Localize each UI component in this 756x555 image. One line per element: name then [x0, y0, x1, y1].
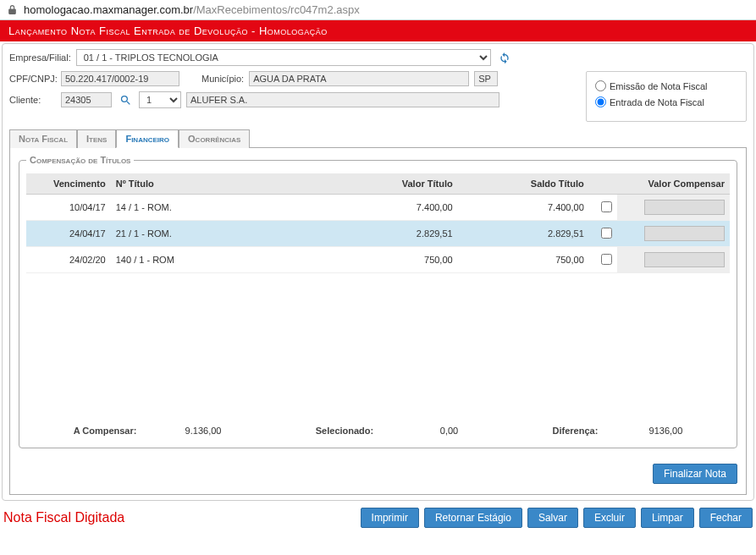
row-checkbox[interactable]: [601, 228, 612, 239]
empresa-select[interactable]: 01 / 1 - TRIPLOS TECNOLOGIA: [76, 49, 491, 66]
cell-vencimento: 24/02/20: [26, 247, 111, 273]
tab-financeiro[interactable]: Financeiro: [116, 129, 179, 148]
fieldset-legend: Compensação de Títulos: [26, 155, 134, 165]
refresh-icon[interactable]: [496, 49, 513, 66]
cpf-label: CPF/CNPJ:: [9, 74, 56, 84]
col-valor: Valor Título: [298, 173, 457, 195]
status-text: Nota Fiscal Digitada: [3, 510, 124, 525]
cell-titulo: 14 / 1 - ROM.: [111, 195, 299, 221]
row-checkbox[interactable]: [601, 254, 612, 265]
cpf-input[interactable]: [61, 71, 179, 86]
compensar-input[interactable]: [644, 200, 725, 215]
cell-saldo: 750,00: [458, 247, 589, 273]
excluir-button[interactable]: Excluir: [583, 508, 636, 528]
diferenca-label: Diferença:: [553, 426, 599, 436]
municipio-input[interactable]: [249, 71, 469, 86]
cell-valor: 7.400,00: [298, 195, 457, 221]
radio-entrada[interactable]: [595, 96, 606, 107]
a-compensar-label: A Compensar:: [74, 426, 137, 436]
col-saldo: Saldo Título: [458, 173, 589, 195]
selecionado-value: 0,00: [399, 426, 458, 436]
finalizar-button[interactable]: Finalizar Nota: [653, 464, 737, 484]
page-title: Lançamento Nota Fiscal Entrada de Devolu…: [0, 20, 756, 41]
compensar-input[interactable]: [644, 226, 725, 241]
diferenca-value: 9136,00: [623, 426, 682, 436]
selecionado-label: Selecionado:: [316, 426, 373, 436]
col-check: [589, 173, 617, 195]
main-container: Empresa/Filial: 01 / 1 - TRIPLOS TECNOLO…: [2, 43, 754, 501]
retornar-button[interactable]: Retornar Estágio: [424, 508, 522, 528]
tab-ocorrencias[interactable]: Ocorrências: [179, 129, 250, 148]
fieldset-compensacao: Compensação de Títulos Vencimento Nº Tít…: [19, 155, 737, 448]
cell-saldo: 7.400,00: [458, 195, 589, 221]
col-compensar: Valor Compensar: [617, 173, 730, 195]
radio-entrada-label: Entrada de Nota Fiscal: [610, 97, 704, 107]
compensar-input[interactable]: [644, 252, 725, 267]
cliente-nome-input[interactable]: [186, 92, 499, 107]
limpar-button[interactable]: Limpar: [641, 508, 694, 528]
empresa-label: Empresa/Filial:: [9, 52, 71, 63]
cell-valor: 750,00: [298, 247, 457, 273]
imprimir-button[interactable]: Imprimir: [361, 508, 419, 528]
tab-content: Compensação de Títulos Vencimento Nº Tít…: [9, 147, 747, 495]
cliente-seq-select[interactable]: 1: [139, 91, 181, 108]
cell-titulo: 21 / 1 - ROM.: [111, 221, 299, 247]
col-vencimento: Vencimento: [26, 173, 111, 195]
table-row[interactable]: 24/04/17 21 / 1 - ROM. 2.829,51 2.829,51: [26, 221, 730, 247]
radio-emissao-label: Emissão de Nota Fiscal: [610, 81, 708, 91]
footer-buttons: Imprimir Retornar Estágio Salvar Excluir…: [361, 508, 753, 528]
tab-nota-fiscal[interactable]: Nota Fiscal: [9, 129, 77, 148]
table-row[interactable]: 10/04/17 14 / 1 - ROM. 7.400,00 7.400,00: [26, 195, 730, 221]
uf-input[interactable]: [474, 71, 498, 86]
cell-saldo: 2.829,51: [458, 221, 589, 247]
table-row[interactable]: 24/02/20 140 / 1 - ROM 750,00 750,00: [26, 247, 730, 273]
cell-vencimento: 24/04/17: [26, 221, 111, 247]
cell-vencimento: 10/04/17: [26, 195, 111, 221]
cell-valor: 2.829,51: [298, 221, 457, 247]
empresa-row: Empresa/Filial: 01 / 1 - TRIPLOS TECNOLO…: [9, 49, 747, 66]
search-icon[interactable]: [117, 91, 134, 108]
salvar-button[interactable]: Salvar: [527, 508, 578, 528]
col-titulo: Nº Título: [111, 173, 299, 195]
lock-icon: [7, 4, 19, 16]
a-compensar-value: 9.136,00: [162, 426, 221, 436]
titulos-grid: Vencimento Nº Título Valor Título Saldo …: [26, 173, 730, 273]
totals-row: A Compensar: 9.136,00 Selecionado: 0,00 …: [26, 426, 730, 436]
municipio-label: Município:: [201, 74, 244, 84]
browser-url-bar: homologacao.maxmanager.com.br/MaxRecebim…: [0, 0, 756, 20]
form-left: CPF/CNPJ: Município: Cliente: 1: [9, 71, 577, 122]
footer: Nota Fiscal Digitada Imprimir Retornar E…: [0, 503, 756, 530]
tab-itens[interactable]: Itens: [77, 129, 116, 148]
nota-type-box: Emissão de Nota Fiscal Entrada de Nota F…: [586, 71, 747, 122]
cliente-codigo-input[interactable]: [61, 92, 112, 107]
cell-titulo: 140 / 1 - ROM: [111, 247, 299, 273]
fechar-button[interactable]: Fechar: [699, 508, 753, 528]
radio-emissao[interactable]: [595, 80, 606, 91]
url-domain: homologacao.maxmanager.com.br: [24, 3, 193, 16]
url-path: /MaxRecebimentos/rc047m2.aspx: [193, 3, 360, 16]
cliente-label: Cliente:: [9, 95, 56, 105]
row-checkbox[interactable]: [601, 201, 612, 212]
tabs: Nota Fiscal Itens Financeiro Ocorrências: [9, 129, 747, 147]
